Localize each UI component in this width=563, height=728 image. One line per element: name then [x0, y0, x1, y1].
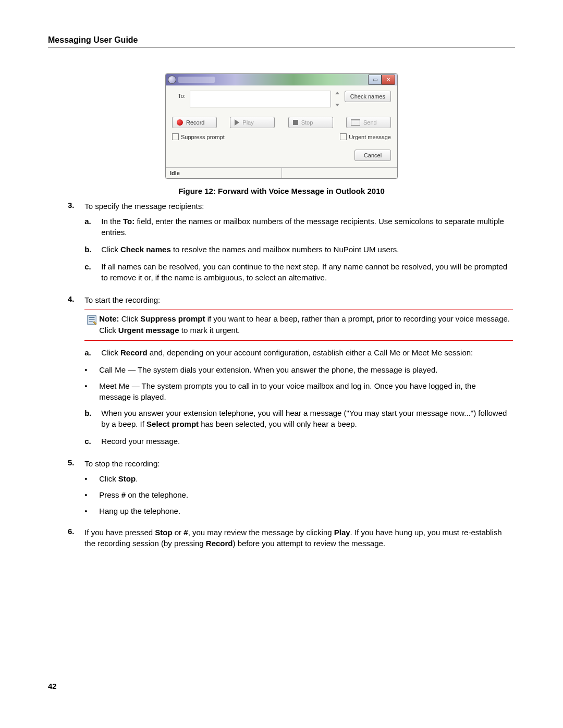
checkbox-icon [172, 133, 179, 140]
step-5-bullet-hash: •Press # on the telephone. [84, 489, 513, 500]
step-4b: b. When you answer your extension teleph… [84, 408, 513, 429]
stop-icon [293, 120, 298, 125]
step-6: 6. If you have pressed Stop or #, you ma… [68, 527, 515, 549]
window-minimize-button[interactable]: ▭ [368, 75, 382, 85]
checkbox-icon [340, 133, 347, 140]
step-3: 3. To specify the message recipients: a.… [68, 201, 515, 289]
globe-icon [168, 76, 176, 84]
step-3a: a. In the To: field, enter the names or … [84, 216, 513, 238]
window-close-button[interactable]: ✕ [382, 75, 395, 85]
chevron-up-icon [335, 92, 339, 94]
urgent-message-label: Urgent message [349, 134, 391, 140]
step-3c: c. If all names can be resolved, you can… [84, 261, 513, 283]
step-3b: b. Click Check names to resolve the name… [84, 244, 513, 255]
play-button[interactable]: Play [230, 117, 275, 128]
suppress-prompt-label: Suppress prompt [181, 134, 225, 140]
page-number: 42 [48, 682, 57, 690]
urgent-message-checkbox[interactable]: Urgent message [340, 133, 391, 140]
to-input[interactable] [190, 91, 331, 107]
record-button[interactable]: Record [172, 117, 217, 128]
step-4-bullet-callme: •Call Me — The system dials your extensi… [84, 364, 513, 375]
step-4a: a. Click Record and, depending on your a… [84, 347, 513, 358]
check-names-button[interactable]: Check names [345, 91, 391, 102]
status-bar: Idle [166, 167, 397, 178]
window-title-blurred [178, 77, 215, 83]
step-4c: c. Record your message. [84, 436, 513, 447]
step-5-bullet-stop: •Click Stop. [84, 473, 513, 484]
to-label: To: [172, 91, 186, 107]
page-header: Messaging User Guide [48, 35, 515, 47]
instructions: 3. To specify the message recipients: a.… [68, 201, 515, 549]
cancel-button[interactable]: Cancel [354, 150, 391, 161]
record-icon [177, 119, 183, 126]
step-5-text: To stop the recording: [84, 459, 160, 468]
figure-dialog: ▭ ✕ To: Check names Reco [48, 73, 515, 180]
step-4-text: To start the recording: [84, 295, 160, 304]
window-titlebar: ▭ ✕ [166, 74, 397, 85]
stop-button[interactable]: Stop [288, 117, 333, 128]
step-5: 5. To stop the recording: •Click Stop. •… [68, 458, 515, 522]
step-3-text: To specify the message recipients: [84, 202, 204, 211]
play-icon [235, 119, 239, 126]
send-button[interactable]: Send [346, 117, 391, 128]
chevron-down-icon [335, 104, 339, 106]
note-box: Note: Click Suppress prompt if you want … [84, 310, 513, 341]
note-icon [84, 313, 99, 336]
step-4: 4. To start the recording: Note: Click S… [68, 294, 515, 453]
suppress-prompt-checkbox[interactable]: Suppress prompt [172, 133, 225, 140]
step-4-bullet-meetme: •Meet Me — The system prompts you to cal… [84, 380, 513, 402]
figure-caption: Figure 12: Forward with Voice Message in… [48, 187, 515, 195]
to-spinner[interactable] [335, 91, 340, 107]
status-text: Idle [166, 168, 282, 178]
envelope-icon [351, 119, 360, 126]
step-5-bullet-hangup: •Hang up the telephone. [84, 505, 513, 516]
